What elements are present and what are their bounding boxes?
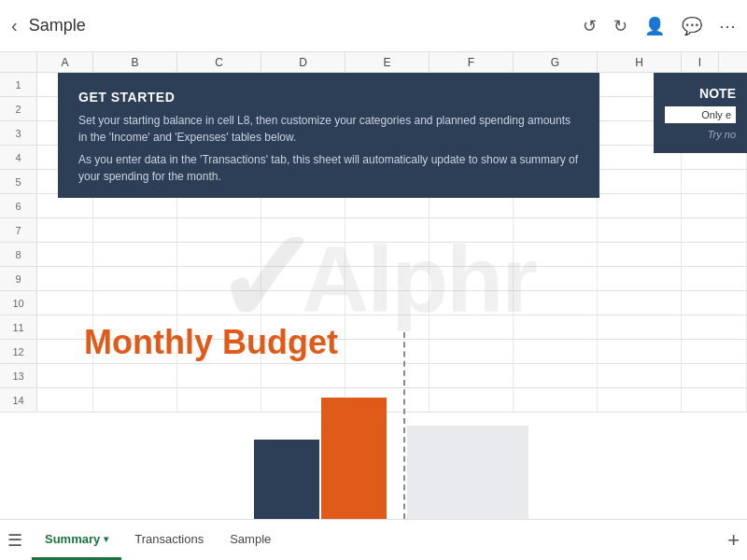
row-num-6: 6	[0, 194, 37, 217]
col-header-f[interactable]: F	[430, 52, 514, 72]
col-header-d[interactable]: D	[261, 52, 345, 72]
share-button[interactable]: 👤	[644, 16, 665, 36]
top-bar: ‹ Sample ↺ ↻ 👤 💬 ⋯	[0, 0, 747, 52]
add-sheet-button[interactable]: +	[727, 528, 740, 553]
grid-row-7: 7	[0, 218, 747, 243]
chart-bar-orange	[321, 398, 387, 519]
get-started-title: GET STARTED	[78, 90, 579, 105]
note-try-text: Try no	[665, 129, 736, 140]
tab-summary[interactable]: Summary ▾	[32, 520, 121, 560]
col-header-c[interactable]: C	[177, 52, 261, 72]
grid-row-8: 8	[0, 243, 747, 267]
grid-row-10: 10	[0, 291, 747, 315]
row-num-9: 9	[0, 267, 37, 290]
row-num-10: 10	[0, 291, 37, 315]
row-num-14: 14	[0, 388, 37, 412]
chart-bar-placeholder	[407, 426, 529, 519]
col-header-g[interactable]: G	[514, 52, 598, 72]
undo-button[interactable]: ↺	[583, 16, 597, 36]
more-button[interactable]: ⋯	[719, 16, 736, 36]
back-button[interactable]: ‹	[11, 15, 18, 36]
col-header-e[interactable]: E	[345, 52, 430, 72]
tab-sample-label: Sample	[230, 532, 271, 546]
tab-summary-chevron-icon: ▾	[104, 534, 108, 544]
row-num-4: 4	[0, 146, 37, 169]
chart-bar-dark	[254, 440, 319, 519]
tab-sample[interactable]: Sample	[217, 520, 284, 560]
row-num-header	[0, 52, 37, 72]
col-header-b[interactable]: B	[93, 52, 177, 72]
col-header-i[interactable]: I	[682, 52, 719, 72]
get-started-text2: As you enter data in the 'Transactions' …	[78, 151, 579, 185]
get-started-text1: Set your starting balance in cell L8, th…	[78, 112, 579, 146]
row-num-1: 1	[0, 73, 37, 96]
col-header-h[interactable]: H	[598, 52, 682, 72]
comment-button[interactable]: 💬	[682, 16, 702, 36]
toolbar-icons: ↺ ↻ 👤 💬 ⋯	[583, 16, 736, 36]
row-num-7: 7	[0, 218, 37, 242]
row-num-5: 5	[0, 170, 37, 193]
get-started-panel: GET STARTED Set your starting balance in…	[58, 73, 599, 198]
document-title: Sample	[29, 16, 583, 35]
col-header-a[interactable]: A	[37, 52, 93, 72]
tab-transactions[interactable]: Transactions	[121, 520, 217, 560]
monthly-budget-heading: Monthly Budget	[84, 323, 338, 362]
note-title: NOTE	[665, 86, 736, 101]
tab-menu-icon[interactable]: ☰	[7, 530, 22, 551]
column-headers: A B C D E F G H I	[0, 52, 747, 73]
spreadsheet-content: 1 2 3	[0, 73, 747, 519]
tab-summary-label: Summary	[45, 532, 100, 546]
note-panel: NOTE Only e Try no	[654, 73, 747, 153]
row-num-3: 3	[0, 121, 37, 145]
row-num-2: 2	[0, 97, 37, 120]
row-num-11: 11	[0, 315, 37, 339]
note-only-box: Only e	[665, 106, 736, 123]
row-num-12: 12	[0, 340, 37, 363]
row-num-8: 8	[0, 243, 37, 266]
tab-transactions-label: Transactions	[134, 532, 204, 546]
grid-row-9: 9	[0, 267, 747, 291]
tab-bar: ☰ Summary ▾ Transactions Sample +	[0, 519, 747, 560]
redo-button[interactable]: ↻	[613, 16, 627, 36]
row-num-13: 13	[0, 364, 37, 387]
chart-dashed-line	[403, 332, 405, 519]
